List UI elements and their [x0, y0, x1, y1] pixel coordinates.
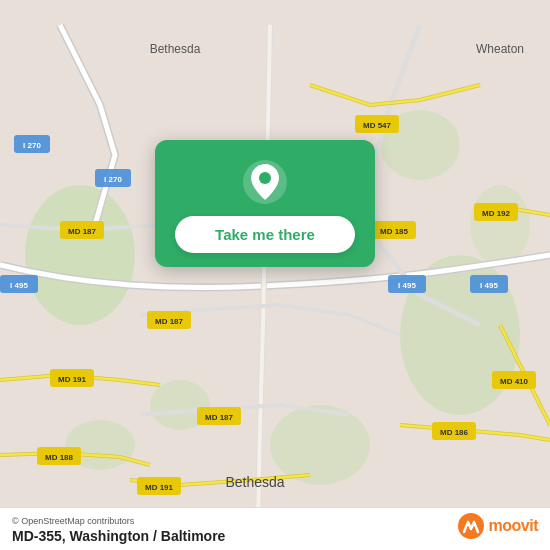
svg-text:MD 192: MD 192 — [482, 209, 511, 218]
svg-text:MD 187: MD 187 — [155, 317, 184, 326]
svg-text:I 495: I 495 — [398, 281, 416, 290]
take-me-there-button[interactable]: Take me there — [175, 216, 355, 253]
location-card: Take me there — [155, 140, 375, 267]
location-pin-icon — [241, 158, 289, 206]
svg-text:Bethesda: Bethesda — [150, 42, 201, 56]
moovit-logo: moovit — [457, 512, 538, 540]
svg-text:MD 185: MD 185 — [380, 227, 409, 236]
svg-text:MD 186: MD 186 — [440, 428, 469, 437]
svg-point-6 — [470, 185, 530, 265]
moovit-brand-icon — [457, 512, 485, 540]
svg-text:MD 188: MD 188 — [45, 453, 74, 462]
svg-text:MD 191: MD 191 — [58, 375, 87, 384]
moovit-text: moovit — [489, 517, 538, 535]
map-background: I 270 I 270 I 495 I 495 I 495 MD 547 MD … — [0, 0, 550, 550]
svg-text:I 270: I 270 — [23, 141, 41, 150]
svg-text:MD 410: MD 410 — [500, 377, 529, 386]
svg-text:Wheaton: Wheaton — [476, 42, 524, 56]
svg-text:I 270: I 270 — [104, 175, 122, 184]
svg-text:MD 191: MD 191 — [145, 483, 174, 492]
svg-point-1 — [25, 185, 135, 325]
map-container: I 270 I 270 I 495 I 495 I 495 MD 547 MD … — [0, 0, 550, 550]
svg-text:MD 187: MD 187 — [205, 413, 234, 422]
svg-text:I 495: I 495 — [480, 281, 498, 290]
svg-text:MD 187: MD 187 — [68, 227, 97, 236]
svg-text:MD 547: MD 547 — [363, 121, 392, 130]
svg-point-3 — [270, 405, 370, 485]
svg-text:I 495: I 495 — [10, 281, 28, 290]
svg-text:Bethesda: Bethesda — [225, 474, 284, 490]
svg-point-44 — [259, 172, 271, 184]
